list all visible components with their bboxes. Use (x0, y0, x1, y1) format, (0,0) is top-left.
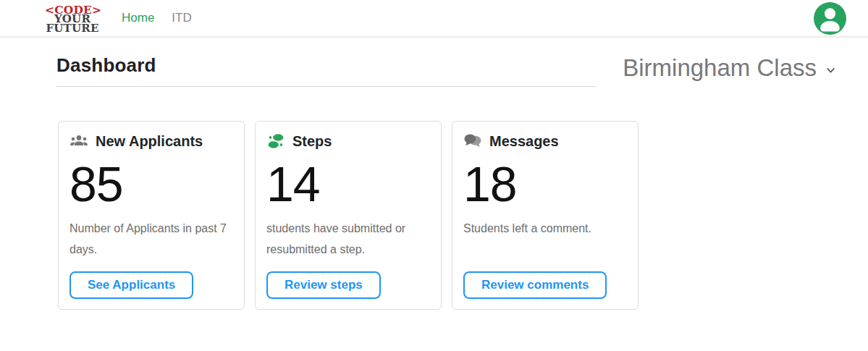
card-messages: Messages 18 Students left a comment. Rev… (452, 121, 639, 310)
card-title: Messages (489, 133, 559, 150)
card-description: Students left a comment. (463, 219, 627, 240)
see-applicants-button[interactable]: See Applicants (69, 271, 193, 299)
user-avatar-button[interactable] (814, 2, 846, 35)
title-block: Dashboard (56, 54, 597, 87)
nav-link-home[interactable]: Home (122, 11, 154, 25)
card-value: 18 (463, 159, 627, 208)
card-steps: Steps 14 students have submitted or resu… (255, 121, 442, 310)
chat-bubbles-icon (463, 132, 482, 151)
chevron-down-icon (825, 54, 836, 82)
title-divider (56, 86, 597, 87)
logo-line-future: FUTURE (45, 24, 100, 33)
top-navbar: <CODE> YOUR FUTURE Home ITD (0, 0, 868, 38)
page-title: Dashboard (56, 54, 597, 77)
review-steps-button[interactable]: Review steps (266, 271, 381, 299)
card-description: Number of Applicants in past 7 days. (69, 219, 233, 261)
card-header: New Applicants (69, 132, 233, 151)
footsteps-icon (266, 132, 285, 151)
people-group-icon (69, 132, 88, 151)
card-title: New Applicants (96, 133, 203, 150)
review-comments-button[interactable]: Review comments (463, 271, 607, 299)
card-new-applicants: New Applicants 85 Number of Applicants i… (58, 121, 245, 310)
nav-links: Home ITD (122, 11, 192, 25)
page-header: Dashboard Birmingham Class (0, 38, 868, 87)
card-value: 85 (69, 159, 233, 208)
user-avatar-icon (814, 26, 846, 37)
codeyourfuture-logo[interactable]: <CODE> YOUR FUTURE (45, 5, 100, 33)
dashboard-cards: New Applicants 85 Number of Applicants i… (0, 87, 868, 310)
card-value: 14 (266, 159, 430, 208)
card-header: Steps (266, 132, 430, 151)
class-selector-dropdown[interactable]: Birmingham Class (623, 54, 836, 82)
card-title: Steps (292, 133, 332, 150)
card-description: students have submitted or resubmitted a… (266, 219, 430, 261)
card-header: Messages (463, 132, 627, 151)
nav-link-itd[interactable]: ITD (172, 11, 191, 25)
class-selector-label: Birmingham Class (623, 54, 817, 82)
